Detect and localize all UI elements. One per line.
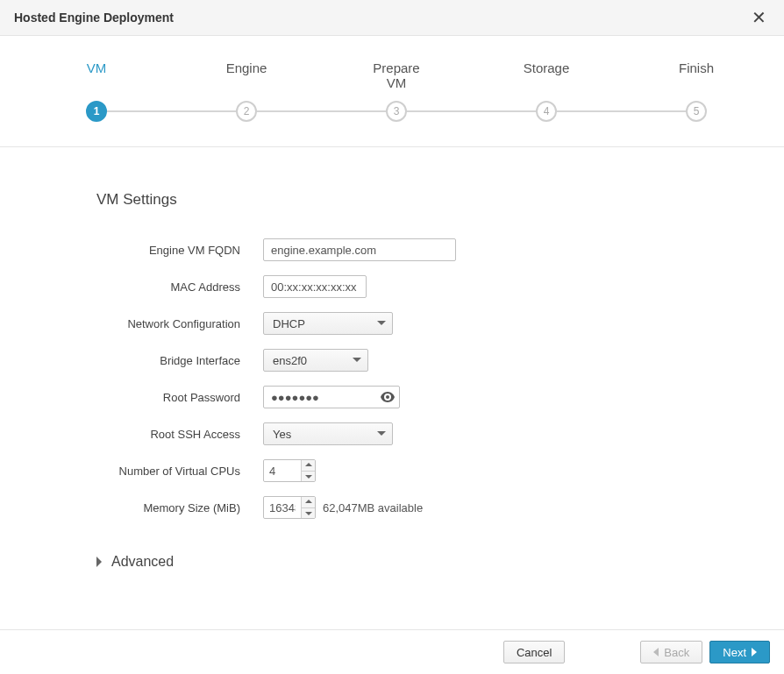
next-button[interactable]: Next: [709, 641, 770, 663]
rootpw-label: Root Password: [96, 391, 263, 404]
mem-label: Memory Size (MiB): [96, 501, 263, 514]
step-node-5[interactable]: 5: [686, 101, 707, 122]
mem-input[interactable]: [264, 497, 301, 518]
chevron-left-icon: [653, 646, 659, 659]
netcfg-value: DHCP: [273, 317, 305, 330]
rootpw-input[interactable]: [263, 386, 400, 408]
step-connector: [557, 110, 686, 112]
mem-step-up[interactable]: [302, 497, 315, 508]
fqdn-label: Engine VM FQDN: [96, 244, 263, 257]
bridge-value: ens2f0: [273, 354, 307, 367]
step-connector: [257, 110, 386, 112]
chevron-right-icon: [96, 557, 103, 567]
cancel-button[interactable]: Cancel: [503, 641, 565, 663]
dialog-titlebar: Hosted Engine Deployment ✕: [0, 0, 784, 36]
mem-available-hint: 62,047MB available: [323, 501, 423, 514]
step-node-1[interactable]: 1: [86, 101, 107, 122]
form-content: VM Settings Engine VM FQDN MAC Address N…: [0, 147, 784, 629]
back-label: Back: [664, 646, 689, 659]
mac-input[interactable]: [263, 275, 367, 298]
step-node-4[interactable]: 4: [536, 101, 557, 122]
eye-icon[interactable]: [381, 392, 395, 402]
chevron-right-icon: [752, 646, 757, 659]
mem-step-down[interactable]: [302, 508, 315, 519]
netcfg-label: Network Configuration: [96, 317, 263, 330]
back-button[interactable]: Back: [640, 641, 702, 663]
step-label-engine: Engine: [211, 60, 282, 90]
dialog-footer: Cancel Back Next: [0, 629, 784, 674]
close-icon[interactable]: ✕: [748, 9, 770, 26]
vcpu-input[interactable]: [264, 460, 301, 481]
step-label-storage: Storage: [511, 60, 581, 90]
step-label-vm: VM: [61, 60, 132, 90]
rootssh-select[interactable]: Yes: [263, 422, 393, 445]
rootssh-value: Yes: [273, 428, 291, 441]
dialog-title: Hosted Engine Deployment: [14, 11, 174, 25]
section-title: VM Settings: [96, 191, 688, 209]
step-label-finish: Finish: [661, 60, 731, 90]
step-node-2[interactable]: 2: [236, 101, 257, 122]
cancel-label: Cancel: [517, 646, 552, 659]
bridge-label: Bridge Interface: [96, 354, 263, 367]
wizard-steps: VM Engine Prepare VM Storage Finish 1 2 …: [0, 36, 784, 147]
advanced-toggle[interactable]: Advanced: [96, 554, 688, 570]
mac-label: MAC Address: [96, 280, 263, 294]
step-node-3[interactable]: 3: [386, 101, 407, 122]
vcpu-label: Number of Virtual CPUs: [96, 465, 263, 478]
advanced-label: Advanced: [111, 554, 174, 570]
step-label-prepare-vm: Prepare VM: [361, 60, 431, 90]
step-connector: [107, 110, 236, 112]
next-label: Next: [723, 646, 746, 659]
rootssh-label: Root SSH Access: [96, 428, 263, 441]
step-connector: [407, 110, 536, 112]
vcpu-step-up[interactable]: [302, 460, 315, 472]
bridge-select[interactable]: ens2f0: [263, 349, 368, 372]
netcfg-select[interactable]: DHCP: [263, 312, 393, 335]
fqdn-input[interactable]: [263, 238, 456, 261]
vcpu-step-down[interactable]: [302, 472, 315, 482]
